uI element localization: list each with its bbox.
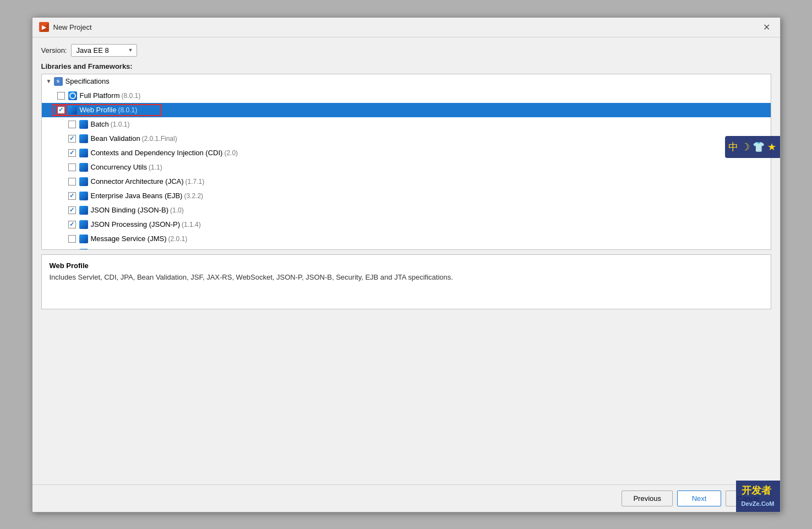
tree-item-ejb[interactable]: Enterprise Java Beans (EJB) (3.2.2) bbox=[42, 189, 771, 203]
concurrency-version: (1.1) bbox=[149, 163, 162, 171]
full-platform-icon bbox=[68, 91, 77, 100]
checkbox-bean-validation[interactable] bbox=[68, 135, 76, 143]
full-platform-name: Full Platform bbox=[80, 91, 120, 100]
tree-item-full-platform[interactable]: Full Platform (8.0.1) bbox=[42, 89, 771, 103]
web-profile-icon bbox=[68, 106, 77, 114]
tree-item-web-profile[interactable]: Web Profile (8.0.1) bbox=[42, 103, 771, 117]
checkbox-web-profile[interactable] bbox=[57, 106, 65, 114]
description-text: Includes Servlet, CDI, JPA, Bean Validat… bbox=[50, 273, 763, 281]
json-binding-version: (1.0) bbox=[170, 206, 184, 214]
checkbox-mvc[interactable] bbox=[68, 249, 76, 250]
title-bar: ▶ New Project ✕ bbox=[32, 18, 780, 37]
dialog-body: Version: Java EE 7 Java EE 8 Jakarta EE … bbox=[32, 37, 780, 484]
mvc-name: Model View Controller (MVC) bbox=[91, 249, 183, 250]
ejb-version: (3.2.2) bbox=[184, 192, 203, 200]
tree-item-batch[interactable]: Batch (1.0.1) bbox=[42, 117, 771, 132]
version-select-wrapper: Java EE 7 Java EE 8 Jakarta EE 8 Jakarta… bbox=[71, 44, 137, 57]
description-title: Web Profile bbox=[50, 261, 763, 270]
specs-icon: S bbox=[54, 77, 63, 86]
version-row: Version: Java EE 7 Java EE 8 Jakarta EE … bbox=[41, 44, 771, 57]
tree-item-connector[interactable]: Connector Architecture (JCA) (1.7.1) bbox=[42, 174, 771, 189]
jms-icon bbox=[79, 234, 88, 243]
tree-item-concurrency[interactable]: Concurrency Utils (1.1) bbox=[42, 160, 771, 174]
connector-icon bbox=[79, 177, 88, 186]
cdi-name: Contexts and Dependency Injection (CDI) bbox=[91, 149, 223, 157]
checkbox-batch[interactable] bbox=[68, 121, 76, 128]
close-button[interactable]: ✕ bbox=[760, 20, 773, 34]
json-binding-name: JSON Binding (JSON-B) bbox=[91, 206, 169, 214]
web-profile-version: (8.0.1) bbox=[118, 106, 137, 114]
app-icon: ▶ bbox=[39, 22, 49, 32]
mvc-version: (1.0.0) bbox=[185, 249, 204, 250]
tree-item-json-processing[interactable]: JSON Processing (JSON-P) (1.1.4) bbox=[42, 217, 771, 232]
concurrency-icon bbox=[79, 163, 88, 172]
checkbox-jms[interactable] bbox=[68, 235, 76, 243]
checkbox-json-binding[interactable] bbox=[68, 206, 76, 214]
checkbox-ejb[interactable] bbox=[68, 192, 76, 200]
json-processing-version: (1.1.4) bbox=[182, 221, 201, 228]
title-bar-left: ▶ New Project bbox=[39, 22, 92, 32]
connector-name: Connector Architecture (JCA) bbox=[91, 177, 184, 186]
tree-root-specifications[interactable]: ▼ S Specifications bbox=[42, 74, 771, 89]
checkbox-full-platform[interactable] bbox=[57, 92, 65, 100]
version-select[interactable]: Java EE 7 Java EE 8 Jakarta EE 8 Jakarta… bbox=[71, 44, 137, 57]
specifications-label: Specifications bbox=[66, 77, 110, 85]
batch-icon bbox=[79, 120, 88, 129]
json-processing-name: JSON Processing (JSON-P) bbox=[91, 220, 181, 228]
mvc-icon bbox=[79, 249, 88, 250]
checkbox-json-processing[interactable] bbox=[68, 221, 76, 228]
batch-version: (1.0.1) bbox=[111, 121, 130, 128]
concurrency-name: Concurrency Utils bbox=[91, 163, 148, 171]
cdi-icon bbox=[79, 149, 88, 157]
version-label: Version: bbox=[41, 46, 67, 54]
tree-item-cdi[interactable]: Contexts and Dependency Injection (CDI) … bbox=[42, 146, 771, 160]
next-button[interactable]: Next bbox=[677, 490, 721, 506]
checkbox-concurrency[interactable] bbox=[68, 163, 76, 171]
jms-name: Message Service (JMS) bbox=[91, 234, 167, 243]
new-project-dialog: ▶ New Project ✕ Version: Java EE 7 Java … bbox=[32, 17, 781, 512]
checkbox-cdi[interactable] bbox=[68, 149, 76, 157]
bean-validation-version: (2.0.1.Final) bbox=[142, 135, 177, 143]
tree-item-mvc[interactable]: Model View Controller (MVC) (1.0.0) bbox=[42, 246, 771, 250]
web-profile-name: Web Profile bbox=[80, 106, 117, 114]
tree-item-bean-validation[interactable]: Bean Validation (2.0.1.Final) bbox=[42, 132, 771, 146]
jms-version: (2.0.1) bbox=[168, 235, 187, 243]
dialog-title: New Project bbox=[53, 23, 92, 31]
expand-arrow-specifications: ▼ bbox=[46, 78, 54, 84]
taskbar-widget: 中 ☽ 👕 ★ bbox=[725, 136, 780, 158]
tree-item-json-binding[interactable]: JSON Binding (JSON-B) (1.0) bbox=[42, 203, 771, 217]
tree-container[interactable]: ▼ S Specifications Full Platform (8.0.1)… bbox=[41, 74, 771, 250]
json-processing-icon bbox=[79, 220, 88, 229]
bean-validation-name: Bean Validation bbox=[91, 134, 140, 143]
connector-version: (1.7.1) bbox=[186, 178, 205, 186]
description-panel: Web Profile Includes Servlet, CDI, JPA, … bbox=[41, 254, 771, 309]
cdi-version: (2.0) bbox=[224, 149, 238, 157]
batch-name: Batch bbox=[91, 120, 109, 128]
libraries-label: Libraries and Frameworks: bbox=[41, 62, 771, 70]
watermark: 开发者DevZe.CoM bbox=[736, 481, 780, 512]
dialog-footer: Previous Next Cancel bbox=[32, 484, 780, 512]
json-binding-icon bbox=[79, 206, 88, 215]
tree-item-jms[interactable]: Message Service (JMS) (2.0.1) bbox=[42, 232, 771, 246]
ejb-icon bbox=[79, 192, 88, 200]
spacer-area bbox=[41, 309, 771, 484]
full-platform-version: (8.0.1) bbox=[121, 92, 140, 100]
bean-validation-icon bbox=[79, 134, 88, 143]
previous-button[interactable]: Previous bbox=[622, 490, 673, 506]
ejb-name: Enterprise Java Beans (EJB) bbox=[91, 192, 183, 200]
checkbox-connector[interactable] bbox=[68, 178, 76, 186]
